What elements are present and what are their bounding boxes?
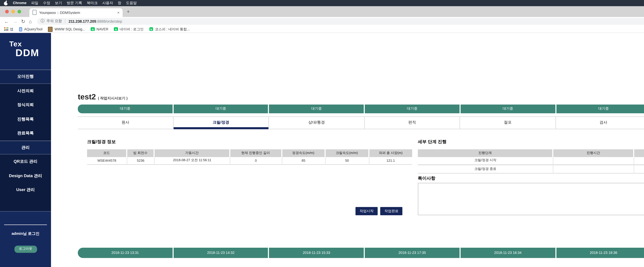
- sidebar-item-formal-request[interactable]: 정식의뢰: [0, 98, 51, 112]
- cell-beam-rotation: 5236: [127, 157, 155, 165]
- window-close-button[interactable]: [5, 9, 9, 13]
- menu-view[interactable]: 보기: [55, 0, 62, 5]
- address-bar[interactable]: ⓘ 주의 요함 211.238.177.205:8888/orderstep ☆: [37, 18, 644, 24]
- tab-close-icon[interactable]: ×: [117, 10, 120, 15]
- url-text[interactable]: 211.238.177.205:8888/orderstep: [69, 19, 122, 23]
- cell-operation-time: 2018-08-27 오전 11:56:11: [155, 157, 230, 165]
- apple-icon[interactable]: [4, 1, 8, 5]
- timeline-segment: 2018-11-23 16:34: [460, 248, 555, 258]
- logout-button[interactable]: 로그아웃: [14, 245, 37, 253]
- sidebar-item-order-progress[interactable]: 오더진행: [0, 69, 51, 84]
- sidebar-item-pre-request[interactable]: 사전의뢰: [0, 84, 51, 98]
- sidebar-item-admin[interactable]: 관리: [0, 140, 51, 155]
- reload-icon[interactable]: ↻: [21, 19, 25, 24]
- cell-step: 크릴/정경 종료: [418, 165, 554, 173]
- table-header-row: 진행단계 진행시간 완료 작업자: [418, 149, 644, 157]
- menu-window[interactable]: 창: [118, 0, 121, 5]
- browser-tab[interactable]: Youngwoo :: DDMSystem ×: [29, 8, 122, 17]
- document-icon: [19, 27, 22, 31]
- menu-file[interactable]: 파일: [31, 0, 38, 5]
- table-header-row: 코드 빔 회전수 가동시간 현재 진행중인 길이 정경속도(m/m) 크릴속도(…: [87, 149, 412, 157]
- sidebar: Tex DDM 오더진행 사전의뢰 정식의뢰 진행목록 완료목록 관리 QR코드…: [0, 33, 51, 267]
- process-status-bar: 대기중 대기중 대기중 대기중 대기중 대기중 대기중: [78, 105, 644, 113]
- page-title: test2: [78, 92, 96, 101]
- cell-warper-total: 121.1: [369, 157, 412, 165]
- url-host: 211.238.177.205: [69, 19, 96, 23]
- window-zoom-button[interactable]: [18, 9, 21, 13]
- confirm-link[interactable]: 확인: [634, 165, 644, 173]
- page-subtitle[interactable]: ( 작업지시서보기 ): [98, 96, 128, 101]
- tab-inspection[interactable]: 검사: [556, 117, 644, 128]
- site-info-icon[interactable]: ⓘ: [40, 19, 44, 24]
- table-row: 크릴/정경 시작 확인 admin: [418, 157, 644, 165]
- sidebar-item-complete-list[interactable]: 완료목록: [0, 126, 51, 140]
- timeline-segment: 2018-11-23 14:32: [174, 248, 268, 258]
- bookmark-naver-login[interactable]: N 네이버 : 로그인: [114, 26, 144, 32]
- confirm-link[interactable]: 확인: [634, 157, 644, 165]
- sidebar-item-user-admin[interactable]: User 관리: [0, 183, 51, 197]
- sidebar-item-qrcode-admin[interactable]: QR코드 관리: [0, 155, 51, 169]
- tab-wonsa[interactable]: 원사: [78, 117, 173, 128]
- menu-chrome[interactable]: Chrome: [13, 1, 26, 5]
- bookmark-naver[interactable]: N NAVER: [91, 27, 108, 31]
- sidebar-item-design-data-admin[interactable]: Design Data 관리: [0, 169, 51, 183]
- table-row: 크릴/정경 종료 확인 admin: [418, 165, 644, 173]
- menu-bookmarks[interactable]: 북마크: [87, 0, 98, 5]
- column-header: 코드: [87, 149, 127, 157]
- tab-creel-warping[interactable]: 크릴/정경: [173, 117, 269, 128]
- right-panel-heading: 세부 단계 진행: [418, 139, 446, 145]
- forward-icon[interactable]: →: [12, 19, 18, 24]
- cell-step: 크릴/정경 시작: [418, 157, 554, 165]
- process-tabs: 원사 크릴/정경 상대/통경 편직 절포 검사 출고: [78, 116, 644, 129]
- work-complete-button[interactable]: 작업완료: [380, 207, 403, 215]
- notes-textarea[interactable]: [418, 183, 644, 215]
- notes-heading: 특이사항: [418, 176, 435, 182]
- url-divider: [65, 19, 66, 23]
- timeline-segment: 2018-11-23 15:33: [269, 248, 364, 258]
- column-header: 가동시간: [155, 149, 230, 157]
- timeline-segment: 2018-11-23 18:36: [556, 248, 644, 258]
- window-minimize-button[interactable]: [11, 9, 15, 13]
- bookmark-sql-designer[interactable]: WWW SQL Desig...: [48, 26, 85, 32]
- status-segment: 대기중: [174, 105, 268, 113]
- url-path: :8888/orderstep: [96, 19, 122, 23]
- timeline-segment: 2018-11-23 13:31: [78, 248, 172, 258]
- browser-tabstrip: Youngwoo :: DDMSystem × +: [0, 6, 644, 17]
- main-content: test2 ( 작업지시서보기 ) 대기중 대기중 대기중 대기중 대기중 대기…: [51, 33, 644, 267]
- work-action-buttons: 작업시작 작업완료: [356, 207, 403, 215]
- browser-toolbar: ← → ↻ ⌂ ⓘ 주의 요함 211.238.177.205:8888/ord…: [0, 17, 644, 26]
- bookmark-aquerytool[interactable]: AQueryTool: [19, 27, 42, 31]
- back-icon[interactable]: ←: [4, 19, 9, 24]
- menu-edit[interactable]: 수정: [43, 0, 50, 5]
- security-label[interactable]: 주의 요함: [46, 19, 62, 24]
- tab-sangdae-tonggyeong[interactable]: 상대/통경: [269, 117, 365, 128]
- menu-history[interactable]: 방문 기록: [67, 0, 82, 5]
- column-header: 진행단계: [418, 149, 554, 157]
- home-icon[interactable]: ⌂: [29, 19, 32, 24]
- tab-knitting[interactable]: 편직: [365, 117, 460, 128]
- left-panel-heading: 크릴/정경 정보: [87, 139, 116, 145]
- tab-jeolpo[interactable]: 절포: [460, 117, 556, 128]
- tab-title: Youngwoo :: DDMSystem: [39, 10, 115, 14]
- timeline-segment: 2018-11-23 17:35: [365, 248, 460, 258]
- screen: Chrome 파일 수정 보기 방문 기록 북마크 사용자 창 도움말 N ⇄ …: [0, 0, 644, 267]
- cell-code: WSE4#4578: [87, 157, 127, 165]
- cell-step-time: [554, 165, 634, 173]
- cell-current-length: 0: [230, 157, 282, 165]
- creel-warping-info-table: 코드 빔 회전수 가동시간 현재 진행중인 길이 정경속도(m/m) 크릴속도(…: [87, 149, 412, 165]
- sidebar-footer: admin님 로그인 로그아웃: [0, 211, 51, 267]
- site-icon: [48, 26, 53, 32]
- new-tab-button[interactable]: +: [127, 8, 130, 15]
- column-header: 완료: [634, 149, 644, 157]
- menu-help[interactable]: 도움말: [126, 0, 137, 5]
- table-row: WSE4#4578 5236 2018-08-27 오전 11:56:11 0 …: [87, 157, 412, 165]
- bookmark-kospi[interactable]: N 코스피 : 네이버 통합...: [149, 26, 190, 32]
- work-start-button[interactable]: 작업시작: [356, 207, 378, 215]
- sidebar-divider: [4, 224, 47, 225]
- column-header: 와퍼 총 사장(m): [369, 149, 412, 157]
- column-header: 크릴속도(m/m): [325, 149, 369, 157]
- sidebar-item-progress-list[interactable]: 진행목록: [0, 112, 51, 126]
- bookmark-apps[interactable]: 앱: [4, 26, 14, 32]
- menu-people[interactable]: 사용자: [102, 0, 113, 5]
- status-segment: 대기중: [365, 105, 460, 113]
